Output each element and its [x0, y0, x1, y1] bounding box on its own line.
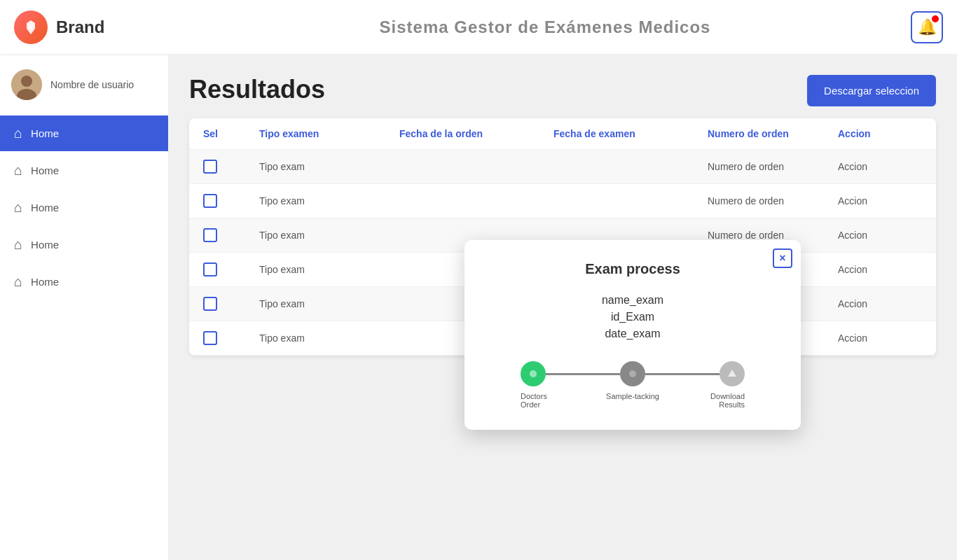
col-fecha-orden: Fecha de la orden — [399, 128, 553, 139]
sidebar-label-3: Home — [31, 239, 59, 251]
checkbox-6[interactable] — [203, 331, 217, 345]
col-sel: Sel — [203, 128, 259, 139]
brand-logo — [14, 10, 48, 44]
cell-checkbox-1[interactable] — [203, 160, 259, 174]
cell-accion-3[interactable]: Accion — [838, 230, 922, 241]
home-icon-1: ⌂ — [14, 162, 22, 178]
modal-field-id: id_Exam — [493, 311, 773, 323]
sidebar-label-1: Home — [31, 164, 59, 176]
step-doctors-order — [521, 361, 546, 386]
cell-checkbox-2[interactable] — [203, 194, 259, 208]
header: Brand Sistema Gestor de Exámenes Medicos… — [0, 0, 957, 54]
avatar — [11, 69, 42, 100]
cell-tipo-2: Tipo exam — [259, 195, 399, 206]
label-download-results: DownloadResults — [689, 392, 745, 409]
progress-track — [521, 361, 745, 386]
user-area: Nombre de usuario — [0, 61, 168, 114]
cell-checkbox-4[interactable] — [203, 262, 259, 276]
label-sample-tacking: Sample-tacking — [605, 392, 661, 409]
checkbox-5[interactable] — [203, 297, 217, 311]
sidebar-label-active: Home — [31, 127, 59, 139]
cell-tipo-5: Tipo exam — [259, 298, 399, 309]
sidebar-item-home-active[interactable]: ⌂ Home — [0, 115, 168, 151]
exam-process-modal: × Exam process name_exam id_Exam date_ex… — [464, 240, 801, 430]
checkbox-3[interactable] — [203, 228, 217, 242]
main-content: Resultados Descargar seleccion Sel Tipo … — [168, 54, 957, 560]
modal-field-name: name_exam — [493, 294, 773, 307]
table-header: Sel Tipo examen Fecha de la orden Fecha … — [189, 118, 936, 150]
cell-accion-2[interactable]: Accion — [838, 195, 922, 206]
modal-close-button[interactable]: × — [773, 248, 792, 268]
svg-point-1 — [21, 76, 32, 87]
cell-checkbox-3[interactable] — [203, 228, 259, 242]
sidebar-label-2: Home — [31, 202, 59, 214]
table-row: Tipo exam Numero de orden Accion — [189, 150, 936, 184]
notification-button[interactable]: 🔔 — [911, 11, 943, 43]
cell-tipo-6: Tipo exam — [259, 332, 399, 344]
svg-point-6 — [629, 370, 636, 377]
home-icon-2: ⌂ — [14, 200, 22, 216]
checkbox-1[interactable] — [203, 160, 217, 174]
home-icon-3: ⌂ — [14, 237, 22, 253]
cell-accion-4[interactable]: Accion — [838, 264, 922, 275]
cell-accion-6[interactable]: Accion — [838, 332, 922, 344]
layout: Nombre de usuario ⌂ Home ⌂ Home ⌂ Home ⌂… — [0, 54, 957, 560]
cell-accion-5[interactable]: Accion — [838, 298, 922, 309]
cell-numero-2: Numero de orden — [708, 195, 838, 206]
sidebar-item-home-1[interactable]: ⌂ Home — [0, 153, 168, 188]
cell-numero-3: Numero de orden — [708, 230, 838, 241]
col-fecha-examen: Fecha de examen — [553, 128, 708, 139]
sidebar: Nombre de usuario ⌂ Home ⌂ Home ⌂ Home ⌂… — [0, 54, 168, 560]
notification-badge — [932, 15, 939, 22]
sidebar-item-home-4[interactable]: ⌂ Home — [0, 264, 168, 300]
col-tipo: Tipo examen — [259, 128, 399, 139]
home-icon-4: ⌂ — [14, 274, 22, 290]
table-row: Tipo exam Numero de orden Accion — [189, 184, 936, 218]
brand-area: Brand — [14, 10, 179, 44]
step-sample-tacking — [620, 361, 645, 386]
cell-tipo-4: Tipo exam — [259, 264, 399, 275]
step-line-1 — [546, 373, 620, 375]
cell-accion-1[interactable]: Accion — [838, 161, 922, 172]
brand-name: Brand — [56, 18, 104, 37]
header-title: Sistema Gestor de Exámenes Medicos — [179, 18, 911, 37]
home-icon-active: ⌂ — [14, 125, 22, 141]
svg-point-4 — [530, 370, 537, 377]
sidebar-item-home-2[interactable]: ⌂ Home — [0, 190, 168, 225]
cell-tipo-1: Tipo exam — [259, 161, 399, 172]
label-doctors-order: DoctorsOrder — [521, 392, 577, 409]
progress-steps: DoctorsOrder Sample-tacking DownloadResu… — [493, 361, 773, 409]
download-button[interactable]: Descargar seleccion — [807, 75, 936, 106]
checkbox-2[interactable] — [203, 194, 217, 208]
sidebar-label-4: Home — [31, 276, 59, 288]
col-numero: Numero de orden — [708, 128, 838, 139]
cell-tipo-3: Tipo exam — [259, 230, 399, 241]
user-name: Nombre de usuario — [50, 79, 134, 90]
cell-checkbox-5[interactable] — [203, 297, 259, 311]
col-accion: Accion — [838, 128, 922, 139]
progress-labels: DoctorsOrder Sample-tacking DownloadResu… — [521, 392, 745, 409]
step-download-results — [720, 361, 745, 386]
sidebar-item-home-3[interactable]: ⌂ Home — [0, 227, 168, 262]
cell-numero-1: Numero de orden — [708, 161, 838, 172]
modal-field-date: date_exam — [493, 328, 773, 340]
modal-title: Exam process — [493, 261, 773, 277]
step-line-2 — [645, 373, 720, 375]
checkbox-4[interactable] — [203, 262, 217, 276]
cell-checkbox-6[interactable] — [203, 331, 259, 345]
